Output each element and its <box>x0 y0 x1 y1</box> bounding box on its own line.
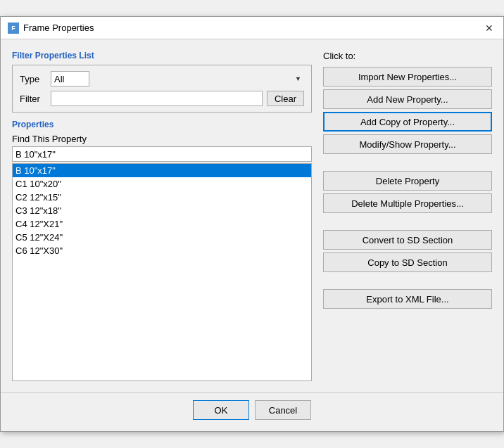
list-item[interactable]: C5 12"X24" <box>13 231 311 244</box>
list-item[interactable]: B 10"x17" <box>13 164 311 177</box>
filter-label: Filter <box>20 94 46 104</box>
ok-button[interactable]: OK <box>193 400 249 420</box>
type-select-wrapper: All Column Beam Brace <box>51 71 304 87</box>
cancel-button[interactable]: Cancel <box>255 400 311 420</box>
properties-section: Properties Find This Property B 10"x17" … <box>12 120 312 381</box>
copy-sd-button[interactable]: Copy to SD Section <box>323 252 492 272</box>
find-label: Find This Property <box>12 134 312 144</box>
title-bar: F Frame Properties ✕ <box>1 17 503 39</box>
type-row: Type All Column Beam Brace <box>20 71 304 87</box>
list-item[interactable]: C1 10"x20" <box>13 177 311 191</box>
type-label: Type <box>20 74 46 84</box>
properties-section-title: Properties <box>12 120 312 129</box>
filter-input[interactable] <box>51 91 263 106</box>
list-item[interactable]: C6 12"X30" <box>13 244 311 257</box>
add-new-button[interactable]: Add New Property... <box>323 89 492 109</box>
find-input[interactable] <box>12 146 312 162</box>
export-xml-button[interactable]: Export to XML File... <box>323 289 492 309</box>
clear-button[interactable]: Clear <box>267 91 304 106</box>
list-item[interactable]: C2 12"x15" <box>13 191 311 204</box>
convert-sd-button[interactable]: Convert to SD Section <box>323 230 492 250</box>
filter-section-title: Filter Properties List <box>12 51 312 60</box>
footer: OK Cancel <box>1 392 503 431</box>
btn-group-4: Export to XML File... <box>323 289 492 312</box>
btn-group-3: Convert to SD Section Copy to SD Section <box>323 230 492 275</box>
delete-button[interactable]: Delete Property <box>323 171 492 191</box>
right-panel: Click to: Import New Properties... Add N… <box>323 51 492 381</box>
modify-show-button[interactable]: Modify/Show Property... <box>323 134 492 154</box>
window-icon: F <box>8 23 19 34</box>
filter-group: Type All Column Beam Brace Filter <box>12 65 312 113</box>
left-panel: Filter Properties List Type All Column B… <box>12 51 312 381</box>
filter-row: Filter Clear <box>20 91 304 106</box>
delete-multiple-button[interactable]: Delete Multiple Properties... <box>323 193 492 213</box>
main-content: Filter Properties List Type All Column B… <box>1 39 503 392</box>
properties-list[interactable]: B 10"x17" C1 10"x20" C2 12"x15" C3 12"x1… <box>12 163 312 381</box>
filter-section: Filter Properties List Type All Column B… <box>12 51 312 113</box>
list-item[interactable]: C3 12"x18" <box>13 204 311 217</box>
frame-properties-window: F Frame Properties ✕ Filter Properties L… <box>0 16 504 432</box>
btn-group-2: Delete Property Delete Multiple Properti… <box>323 171 492 216</box>
add-copy-button[interactable]: Add Copy of Property... <box>323 112 492 132</box>
import-new-button[interactable]: Import New Properties... <box>323 67 492 87</box>
window-title: Frame Properties <box>23 23 94 33</box>
close-button[interactable]: ✕ <box>482 21 496 35</box>
btn-group-1: Import New Properties... Add New Propert… <box>323 67 492 157</box>
type-select[interactable]: All Column Beam Brace <box>51 71 89 87</box>
list-item[interactable]: C4 12"X21" <box>13 217 311 231</box>
click-to-label: Click to: <box>323 51 492 61</box>
title-bar-left: F Frame Properties <box>8 23 94 34</box>
